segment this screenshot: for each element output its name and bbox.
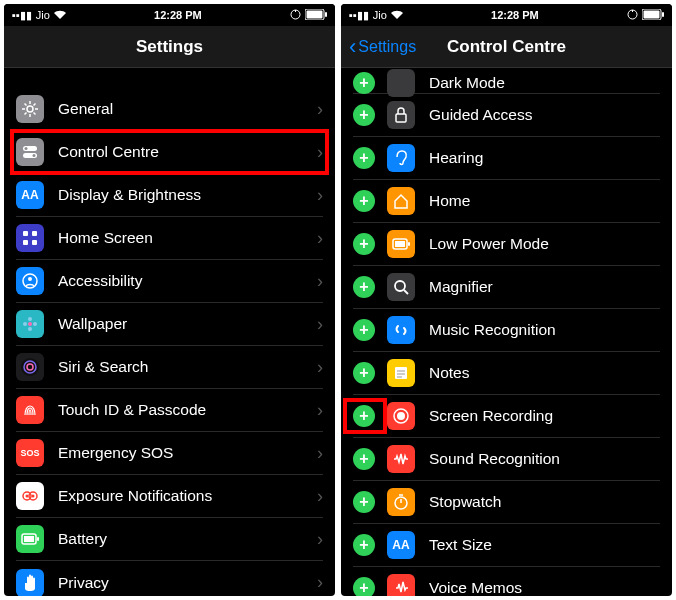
settings-row-accessibility[interactable]: Accessibility› bbox=[16, 260, 323, 303]
chevron-right-icon: › bbox=[317, 185, 323, 206]
svg-rect-3 bbox=[325, 12, 327, 17]
wifi-icon bbox=[54, 9, 66, 21]
row-label: Voice Memos bbox=[429, 579, 660, 596]
AA-icon: AA bbox=[387, 531, 415, 559]
row-label: Screen Recording bbox=[429, 407, 660, 425]
add-button[interactable]: + bbox=[353, 319, 375, 341]
svg-rect-34 bbox=[396, 114, 406, 122]
row-label: Guided Access bbox=[429, 106, 660, 124]
add-button[interactable]: + bbox=[353, 72, 375, 94]
nav-header: Settings bbox=[4, 26, 335, 68]
settings-row-general[interactable]: General› bbox=[16, 88, 323, 131]
moon-icon bbox=[387, 69, 415, 97]
settings-row-exposure-notifications[interactable]: Exposure Notifications› bbox=[16, 475, 323, 518]
row-label: Notes bbox=[429, 364, 660, 382]
settings-row-wallpaper[interactable]: Wallpaper› bbox=[16, 303, 323, 346]
svg-point-25 bbox=[26, 495, 29, 498]
home-icon bbox=[387, 187, 415, 215]
svg-point-6 bbox=[25, 147, 28, 150]
row-label: Text Size bbox=[429, 536, 660, 554]
add-button[interactable]: + bbox=[353, 534, 375, 556]
settings-row-display-brightness[interactable]: AADisplay & Brightness› bbox=[16, 174, 323, 217]
control-row-voice-memos[interactable]: +Voice Memos bbox=[353, 567, 660, 596]
battery-icon bbox=[16, 525, 44, 553]
chevron-right-icon: › bbox=[317, 357, 323, 378]
control-row-notes[interactable]: +Notes bbox=[353, 352, 660, 395]
settings-row-privacy[interactable]: Privacy› bbox=[16, 561, 323, 596]
settings-row-control-centre[interactable]: Control Centre› bbox=[16, 131, 323, 174]
control-row-music-recognition[interactable]: +Music Recognition bbox=[353, 309, 660, 352]
svg-rect-12 bbox=[32, 240, 37, 245]
control-row-hearing[interactable]: +Hearing bbox=[353, 137, 660, 180]
add-button[interactable]: + bbox=[353, 147, 375, 169]
add-button[interactable]: + bbox=[353, 276, 375, 298]
row-label: Home bbox=[429, 192, 660, 210]
control-row-magnifier[interactable]: +Magnifier bbox=[353, 266, 660, 309]
add-button[interactable]: + bbox=[353, 405, 375, 427]
svg-rect-28 bbox=[24, 536, 34, 542]
page-title: Control Centre bbox=[447, 37, 566, 57]
control-row-screen-recording[interactable]: +Screen Recording bbox=[353, 395, 660, 438]
orientation-lock-icon bbox=[290, 9, 301, 22]
carrier-label: Jio bbox=[36, 9, 50, 21]
row-label: Privacy bbox=[58, 574, 317, 592]
svg-point-38 bbox=[395, 281, 405, 291]
settings-row-touch-id-passcode[interactable]: Touch ID & Passcode› bbox=[16, 389, 323, 432]
phone-control-centre: ▪▪▮▮ Jio 12:28 PM ‹ Settings Control Cen… bbox=[341, 4, 672, 596]
svg-rect-10 bbox=[32, 231, 37, 236]
row-label: Home Screen bbox=[58, 229, 317, 247]
add-button[interactable]: + bbox=[353, 233, 375, 255]
control-row-home[interactable]: +Home bbox=[353, 180, 660, 223]
control-row-guided-access[interactable]: +Guided Access bbox=[353, 94, 660, 137]
svg-point-39 bbox=[393, 322, 409, 338]
settings-row-emergency-sos[interactable]: SOSEmergency SOS› bbox=[16, 432, 323, 475]
control-row-stopwatch[interactable]: +Stopwatch bbox=[353, 481, 660, 524]
control-row-text-size[interactable]: +AAText Size bbox=[353, 524, 660, 567]
battery-icon bbox=[642, 9, 664, 22]
settings-row-siri-search[interactable]: Siri & Search› bbox=[16, 346, 323, 389]
gear-icon bbox=[16, 95, 44, 123]
row-label: Magnifier bbox=[429, 278, 660, 296]
status-bar: ▪▪▮▮ Jio 12:28 PM bbox=[4, 4, 335, 26]
row-label: Hearing bbox=[429, 149, 660, 167]
row-label: Siri & Search bbox=[58, 358, 317, 376]
add-button[interactable]: + bbox=[353, 190, 375, 212]
svg-rect-36 bbox=[395, 241, 405, 247]
svg-rect-9 bbox=[23, 231, 28, 236]
SOS-icon: SOS bbox=[16, 439, 44, 467]
svg-point-14 bbox=[28, 277, 32, 281]
svg-point-42 bbox=[397, 412, 405, 420]
add-button[interactable]: + bbox=[353, 491, 375, 513]
row-label: Battery bbox=[58, 530, 317, 548]
settings-row-home-screen[interactable]: Home Screen› bbox=[16, 217, 323, 260]
svg-point-15 bbox=[28, 322, 32, 326]
chevron-left-icon: ‹ bbox=[349, 36, 356, 58]
fingerprint-icon bbox=[16, 396, 44, 424]
svg-rect-37 bbox=[408, 242, 410, 246]
svg-point-26 bbox=[32, 495, 35, 498]
magnifier-icon bbox=[387, 273, 415, 301]
control-row-sound-recognition[interactable]: +Sound Recognition bbox=[353, 438, 660, 481]
chevron-right-icon: › bbox=[317, 529, 323, 550]
row-label: Low Power Mode bbox=[429, 235, 660, 253]
row-label: Stopwatch bbox=[429, 493, 660, 511]
chevron-right-icon: › bbox=[317, 228, 323, 249]
add-button[interactable]: + bbox=[353, 448, 375, 470]
control-row-dark-mode[interactable]: +Dark Mode bbox=[353, 72, 660, 94]
svg-rect-32 bbox=[643, 10, 659, 18]
exposure-icon bbox=[16, 482, 44, 510]
back-label: Settings bbox=[358, 38, 416, 56]
row-label: Wallpaper bbox=[58, 315, 317, 333]
settings-row-battery[interactable]: Battery› bbox=[16, 518, 323, 561]
chevron-right-icon: › bbox=[317, 99, 323, 120]
add-button[interactable]: + bbox=[353, 362, 375, 384]
row-label: Display & Brightness bbox=[58, 186, 317, 204]
add-button[interactable]: + bbox=[353, 104, 375, 126]
row-label: Music Recognition bbox=[429, 321, 660, 339]
control-row-low-power-mode[interactable]: +Low Power Mode bbox=[353, 223, 660, 266]
battery-icon bbox=[305, 9, 327, 22]
siri-icon bbox=[16, 353, 44, 381]
add-button[interactable]: + bbox=[353, 577, 375, 596]
grid-icon bbox=[16, 224, 44, 252]
back-button[interactable]: ‹ Settings bbox=[349, 36, 416, 58]
